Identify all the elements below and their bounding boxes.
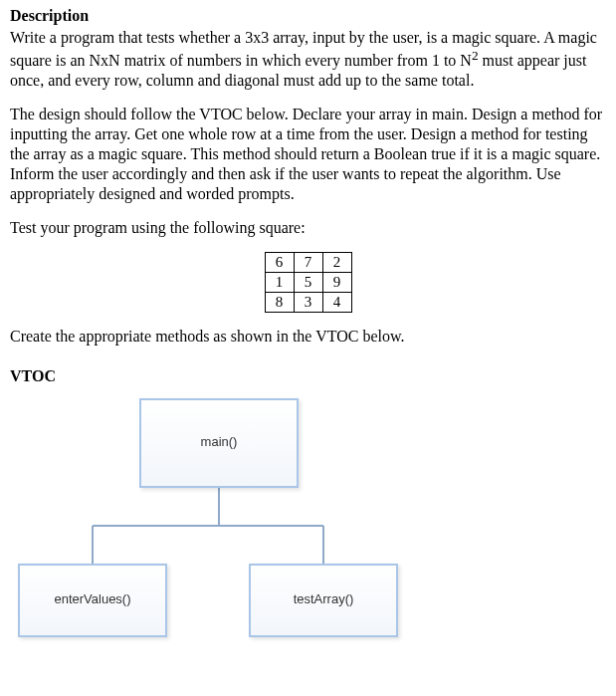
vtoc-box-entervalues: enterValues() bbox=[18, 564, 167, 637]
cell: 6 bbox=[265, 253, 294, 273]
description-heading: Description bbox=[10, 6, 606, 26]
cell: 5 bbox=[294, 273, 322, 293]
table-row: 8 3 4 bbox=[265, 292, 351, 312]
vtoc-box-testarray: testArray() bbox=[249, 564, 398, 637]
vtoc-box-main: main() bbox=[139, 398, 299, 488]
cell: 9 bbox=[322, 273, 351, 293]
paragraph-2: The design should follow the VTOC below.… bbox=[10, 105, 606, 204]
vtoc-heading: VTOC bbox=[10, 366, 606, 386]
cell: 3 bbox=[294, 292, 322, 312]
cell: 4 bbox=[322, 292, 351, 312]
vtoc-diagram: main() enterValues() testArray() bbox=[10, 386, 606, 655]
cell: 7 bbox=[294, 253, 322, 273]
paragraph-1: Write a program that tests whether a 3x3… bbox=[10, 28, 606, 91]
vtoc-box-entervalues-label: enterValues() bbox=[54, 591, 130, 607]
paragraph-4: Create the appropriate methods as shown … bbox=[10, 327, 606, 347]
magic-square-container: 6 7 2 1 5 9 8 3 4 bbox=[10, 252, 606, 312]
cell: 8 bbox=[265, 292, 294, 312]
cell: 2 bbox=[322, 253, 351, 273]
table-row: 1 5 9 bbox=[265, 273, 351, 293]
exponent-2: 2 bbox=[472, 48, 479, 63]
vtoc-box-main-label: main() bbox=[201, 434, 238, 450]
table-row: 6 7 2 bbox=[265, 253, 351, 273]
vtoc-box-testarray-label: testArray() bbox=[294, 591, 354, 607]
cell: 1 bbox=[265, 273, 294, 293]
paragraph-3: Test your program using the following sq… bbox=[10, 218, 606, 238]
magic-square-table: 6 7 2 1 5 9 8 3 4 bbox=[265, 252, 352, 312]
